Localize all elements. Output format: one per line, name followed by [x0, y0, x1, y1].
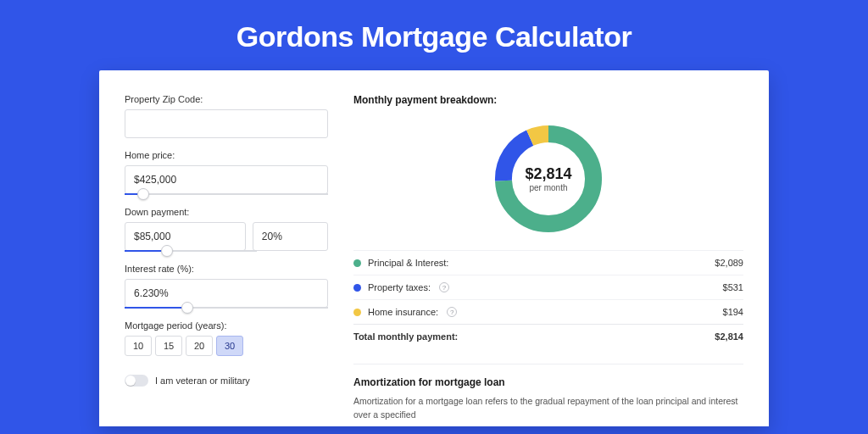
home-price-field: Home price:: [125, 150, 328, 195]
period-option-10[interactable]: 10: [125, 336, 152, 356]
down-payment-input[interactable]: [125, 222, 246, 251]
donut-amount: $2,814: [525, 165, 571, 183]
legend-row-total: Total monthly payment: $2,814: [353, 324, 743, 348]
legend-row-insurance: Home insurance: ? $194: [353, 299, 743, 324]
legend-amount: $531: [723, 282, 743, 292]
legend-row-principal: Principal & Interest: $2,089: [353, 250, 743, 275]
zip-label: Property Zip Code:: [125, 94, 328, 104]
period-option-20[interactable]: 20: [186, 336, 213, 356]
down-payment-label: Down payment:: [125, 207, 328, 217]
period-group: 10 15 20 30: [125, 336, 328, 356]
veteran-label: I am veteran or military: [155, 376, 250, 386]
help-icon[interactable]: ?: [447, 307, 457, 317]
period-label: Mortgage period (years):: [125, 320, 328, 331]
legend-row-taxes: Property taxes: ? $531: [353, 275, 743, 299]
period-option-30[interactable]: 30: [216, 336, 243, 356]
legend-amount: $194: [723, 307, 743, 317]
interest-input[interactable]: [125, 279, 328, 308]
help-icon[interactable]: ?: [439, 282, 449, 292]
legend-amount: $2,089: [715, 258, 743, 268]
donut-chart-wrap: $2,814 per month: [353, 113, 743, 250]
down-payment-field: Down payment:: [125, 207, 328, 252]
home-price-slider[interactable]: [125, 193, 328, 195]
legend-label: Property taxes:: [368, 282, 431, 292]
legend-total-amount: $2,814: [715, 331, 743, 342]
donut-center: $2,814 per month: [489, 120, 608, 238]
period-option-15[interactable]: 15: [155, 336, 182, 356]
breakdown-title: Monthly payment breakdown:: [353, 94, 743, 106]
down-payment-pct-input[interactable]: [253, 222, 328, 251]
home-price-input[interactable]: [125, 165, 328, 194]
veteran-toggle[interactable]: [125, 375, 148, 387]
amortization-title: Amortization for mortgage loan: [353, 376, 743, 388]
slider-thumb[interactable]: [161, 245, 173, 257]
form-panel: Property Zip Code: Home price: Down paym…: [125, 94, 328, 426]
legend-label: Home insurance:: [368, 307, 438, 317]
breakdown-panel: Monthly payment breakdown: $2,814 per mo…: [353, 94, 743, 426]
period-field: Mortgage period (years): 10 15 20 30: [125, 320, 328, 356]
interest-label: Interest rate (%):: [125, 264, 328, 274]
slider-thumb[interactable]: [137, 188, 149, 200]
amortization-body: Amortization for a mortgage loan refers …: [353, 395, 743, 422]
calculator-card: Property Zip Code: Home price: Down paym…: [99, 70, 769, 426]
dot-icon: [353, 259, 361, 267]
dot-icon: [353, 284, 361, 292]
home-price-label: Home price:: [125, 150, 328, 160]
legend-total-label: Total monthly payment:: [353, 331, 458, 342]
veteran-toggle-row: I am veteran or military: [125, 375, 328, 387]
donut-chart: $2,814 per month: [489, 120, 608, 238]
zip-field: Property Zip Code:: [125, 94, 328, 138]
interest-slider[interactable]: [125, 307, 328, 309]
amortization-section: Amortization for mortgage loan Amortizat…: [353, 364, 743, 422]
down-payment-slider[interactable]: [125, 250, 257, 252]
zip-input[interactable]: [125, 109, 328, 138]
dot-icon: [353, 309, 361, 316]
legend-label: Principal & Interest:: [368, 258, 448, 268]
slider-thumb[interactable]: [181, 302, 193, 314]
donut-sub: per month: [529, 183, 567, 192]
page-title: Gordons Mortgage Calculator: [0, 0, 868, 70]
toggle-knob: [125, 376, 136, 386]
interest-field: Interest rate (%):: [125, 264, 328, 309]
